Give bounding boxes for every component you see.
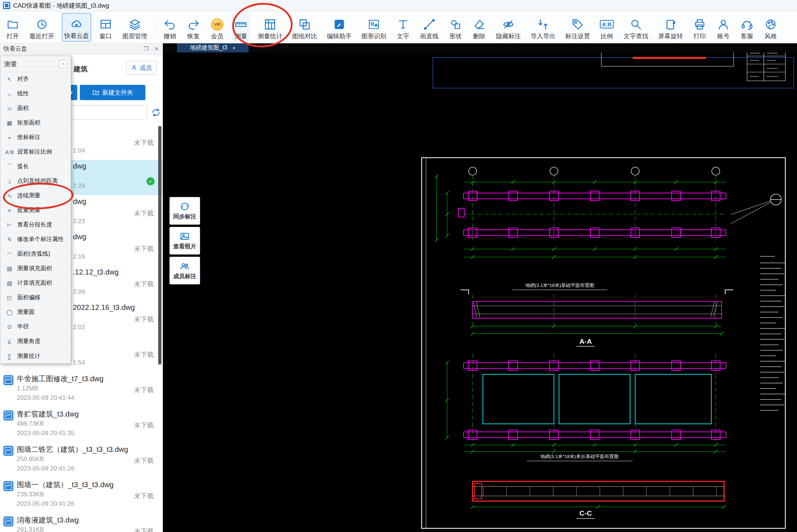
toolbar-button-draw-line[interactable]: 画直线 bbox=[418, 13, 441, 42]
menu-item-area-offset[interactable]: ◰面积偏移 bbox=[0, 291, 71, 305]
menu-item-rect-area[interactable]: ▦矩形面积 bbox=[0, 116, 71, 130]
toolbar-button-window[interactable]: 窗口 bbox=[97, 13, 115, 42]
file-row[interactable]: 围墙二铁艺（建筑）_t3_t3_t3.dwg 250.65KB 2023-05-… bbox=[0, 442, 163, 478]
modify-annotation-icon: ✎ bbox=[5, 236, 14, 243]
notes-text-lines bbox=[760, 256, 786, 410]
toolbar-button-redo[interactable]: 恢复 bbox=[184, 13, 203, 42]
menu-item-radius[interactable]: ⊙半径 bbox=[0, 320, 71, 334]
cad-drawing[interactable]: 地磅(3.1米*18米)基础平面布置图 A-A 地磅(3.1米*18米)承台基础… bbox=[163, 52, 797, 532]
file-row[interactable]: 消毒液建筑_t3.dwg 291.31KB 未下载 bbox=[0, 513, 163, 532]
measure-menu: 测量 × ↖对齐 ↔线性 ▱面积 ▦矩形面积 +坐标标注 A:B设置标注比例 ⌒… bbox=[0, 56, 71, 364]
menu-item-scale-setting[interactable]: A:B设置标注比例 bbox=[0, 145, 71, 159]
toolbar-button-shape-recognition[interactable]: 图形识别 bbox=[359, 13, 388, 42]
rotate-screen-icon bbox=[664, 17, 677, 31]
menu-item-linear[interactable]: ↔线性 bbox=[0, 87, 71, 101]
members-button[interactable]: 成员 bbox=[126, 61, 157, 75]
toolbar-button-rotate-screen[interactable]: 屏幕旋转 bbox=[656, 13, 685, 42]
radius-icon: ⊙ bbox=[5, 324, 14, 330]
menu-item-measure-circle[interactable]: ◯测量圆 bbox=[0, 305, 71, 320]
toolbar-button-import-export[interactable]: 导入导出 bbox=[528, 13, 558, 42]
scale-ratio-icon: A:B bbox=[600, 17, 614, 31]
toolbar-button-measure-stats[interactable]: 测量统计 bbox=[255, 13, 285, 42]
toolbar-button-recent[interactable]: 最近打开 bbox=[27, 13, 56, 42]
layers-icon bbox=[129, 17, 141, 31]
toolbar-button-vip[interactable]: VIP 会员 bbox=[208, 13, 226, 42]
dwg-file-icon bbox=[3, 375, 14, 386]
drawing-frame bbox=[422, 158, 785, 528]
toolbar-button-cloud-drive[interactable]: 快看云盘 bbox=[62, 13, 91, 42]
toolbar-button-scale[interactable]: A:B 比例 bbox=[598, 13, 616, 42]
new-folder-button[interactable]: 新建文件夹 bbox=[80, 85, 145, 100]
drawing-canvas-area: 地磅建筑图_t3 × bbox=[163, 43, 797, 532]
menu-close-icon[interactable]: × bbox=[59, 60, 67, 68]
toolbar-button-delete[interactable]: 删除 bbox=[470, 13, 488, 42]
toolbar-button-undo[interactable]: 撤销 bbox=[161, 13, 179, 42]
cloud-panel-title: 快看云盘 bbox=[4, 45, 27, 53]
menu-item-measure-stats[interactable]: ∑测量统计 bbox=[0, 349, 71, 363]
refresh-icon bbox=[151, 108, 161, 117]
menu-item-continuous-measure[interactable]: ∿连续测量 bbox=[0, 189, 71, 203]
edit-assistant-icon bbox=[333, 17, 345, 31]
tab-close-icon[interactable]: × bbox=[233, 45, 236, 51]
toolbar-button-support[interactable]: 客服 bbox=[738, 13, 756, 42]
toolbar-button-shape[interactable]: 形状 bbox=[446, 13, 465, 42]
vip-badge-icon: VIP bbox=[211, 17, 223, 31]
member-annotations-button[interactable]: 成员标注 bbox=[169, 257, 200, 284]
menu-item-arc-length[interactable]: ⌒弧长 bbox=[0, 159, 71, 174]
plan-title-1: 地磅(3.1米*18米)基础平面布置图 bbox=[525, 283, 594, 288]
panel-close-icon[interactable]: ✕ bbox=[154, 46, 159, 52]
file-row[interactable]: 青贮窖建筑_t3.dwg 496.73KB 2023-05-09 20:41:3… bbox=[0, 407, 163, 442]
calc-fill-area-icon: ▧ bbox=[5, 280, 14, 287]
toolbar-button-text[interactable]: 文字 bbox=[394, 13, 412, 42]
undo-icon bbox=[164, 17, 176, 31]
toolbar-button-style[interactable]: 风格 bbox=[762, 13, 780, 42]
panel-popout-icon[interactable]: ❐ bbox=[144, 46, 148, 52]
menu-item-area-with-arc[interactable]: ◠面积(含弧线) bbox=[0, 247, 71, 261]
toolbar-button-hide-annotations[interactable]: 隐藏标注 bbox=[494, 13, 523, 42]
section-a-a bbox=[473, 302, 722, 318]
menu-item-point-to-line[interactable]: ⊥点到直线的距离 bbox=[0, 174, 71, 189]
line-tool-icon bbox=[423, 17, 435, 31]
eraser-icon bbox=[473, 17, 485, 31]
menu-item-coordinate[interactable]: +坐标标注 bbox=[0, 130, 71, 145]
shape-recognition-icon bbox=[368, 17, 380, 31]
toolbar-button-drawing-compare[interactable]: 图纸对比 bbox=[290, 13, 319, 42]
sync-annotations-button[interactable]: 同步标注 bbox=[169, 197, 200, 225]
file-row[interactable]: 牛舍施工图修改_t7_t3.dwg 1.12MB 2023-05-09 20:4… bbox=[0, 372, 163, 407]
columns bbox=[458, 191, 720, 440]
centerlines bbox=[464, 175, 726, 443]
toolbar-button-open[interactable]: 打开 bbox=[4, 13, 22, 42]
detail-bubble bbox=[731, 194, 781, 224]
refresh-button[interactable] bbox=[150, 107, 162, 118]
compare-sheets-icon bbox=[298, 17, 311, 31]
toolbar-button-measure[interactable]: 测量 bbox=[232, 13, 250, 42]
measure-menu-header: 测量 × bbox=[0, 56, 71, 72]
menu-item-modify-annotation[interactable]: ✎修改单个标注属性 bbox=[0, 232, 71, 247]
drawing-tab[interactable]: 地磅建筑图_t3 × bbox=[177, 43, 249, 52]
menu-item-segment-length[interactable]: ⊢查看分段长度 bbox=[0, 218, 71, 232]
toolbar-button-print[interactable]: 打印 bbox=[691, 13, 709, 42]
menu-item-measure-fill-area[interactable]: ▨测量填充面积 bbox=[0, 261, 71, 276]
batch-measure-icon: ≡ bbox=[5, 207, 14, 213]
toolbar-button-find-text[interactable]: 文字查找 bbox=[621, 13, 651, 42]
downloaded-check-icon: ✓ bbox=[146, 177, 155, 185]
window-title: CAD快速看图 - 地磅建筑图_t3.dwg bbox=[13, 1, 109, 10]
menu-item-calc-fill-area[interactable]: ▧计算填充面积 bbox=[0, 276, 71, 291]
toolbar-button-layer-manager[interactable]: 图层管理 bbox=[120, 13, 149, 42]
toolbar-button-edit-assistant[interactable]: 编辑助手 bbox=[325, 13, 354, 42]
search-icon bbox=[630, 17, 642, 31]
printer-icon bbox=[694, 17, 706, 31]
menu-item-measure-angle[interactable]: ∠测量角度 bbox=[0, 334, 71, 349]
toolbar-button-account[interactable]: 账号 bbox=[714, 13, 732, 42]
section-label-a-a: A-A bbox=[579, 338, 592, 345]
view-photos-button[interactable]: 查看照片 bbox=[169, 227, 200, 255]
menu-item-area[interactable]: ▱面积 bbox=[0, 101, 71, 116]
toolbar-button-annotation-settings[interactable]: 标注设置 bbox=[563, 13, 592, 42]
app-logo-icon bbox=[3, 2, 10, 9]
section-c-c bbox=[473, 481, 724, 501]
linear-icon: ↔ bbox=[5, 91, 14, 97]
menu-item-align[interactable]: ↖对齐 bbox=[0, 72, 71, 87]
file-row[interactable]: 围墙一（建筑）_t3_t3_t3.dwg 239.33KB 2023-05-09… bbox=[0, 478, 163, 513]
menu-item-batch-measure[interactable]: ≡批量测量 bbox=[0, 203, 71, 218]
file-list-scrollbar[interactable] bbox=[158, 126, 161, 364]
